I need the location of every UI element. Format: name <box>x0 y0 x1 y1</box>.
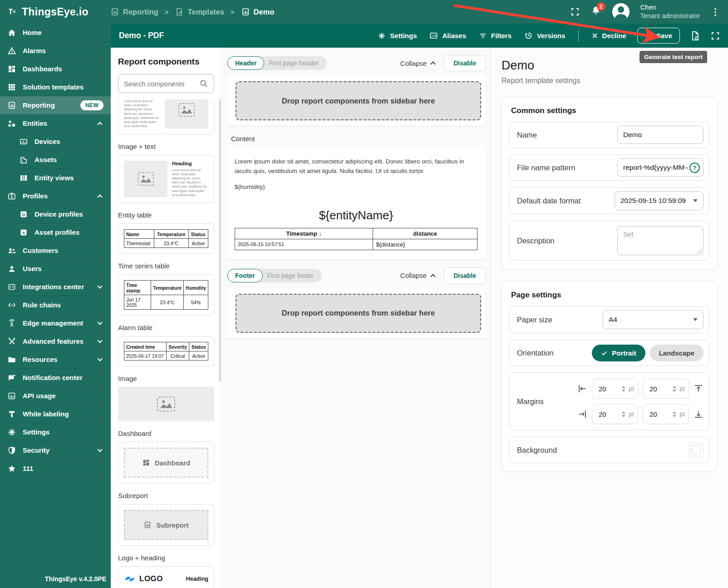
component-image[interactable] <box>118 387 214 421</box>
header-dropzone[interactable]: Drop report components from sidebar here <box>236 81 481 120</box>
notifications-button[interactable]: 2 <box>590 5 601 18</box>
search-input[interactable] <box>124 80 199 88</box>
first-page-footer-tab[interactable]: First page footer <box>256 269 322 282</box>
stepper-arrows[interactable] <box>673 386 676 392</box>
sidebar-item-solution-templates[interactable]: Solution templates <box>0 78 111 96</box>
sidebar-item-settings[interactable]: Settings <box>0 423 111 441</box>
sidebar-item-customers[interactable]: Customers <box>0 242 111 260</box>
sidebar-item-entity-views[interactable]: Entity views <box>0 169 111 187</box>
margin-value-input[interactable] <box>599 410 614 418</box>
entity-name-heading: ${entityName} <box>235 208 477 222</box>
dashboards-icon <box>7 64 16 74</box>
portrait-toggle[interactable]: Portrait <box>592 345 645 361</box>
sidebar-item-devices[interactable]: Devices <box>0 133 111 151</box>
sidebar-item-111[interactable]: 111 <box>0 460 111 478</box>
stepper-arrows[interactable] <box>622 386 625 392</box>
table-cell-timestamp: 2025-09-15 10:57:51 <box>235 239 373 250</box>
sidebar-item-device-profiles[interactable]: D Device profiles <box>0 205 111 223</box>
dropdown-caret-icon <box>693 199 698 202</box>
sidebar-item-assets[interactable]: Assets <box>0 151 111 169</box>
timestamp-column-header[interactable]: Timestamp ↓ <box>235 228 373 239</box>
resize-handle[interactable] <box>697 249 702 253</box>
aliases-button[interactable]: Aliases <box>429 31 466 40</box>
stepper-arrows[interactable] <box>673 411 676 417</box>
sidebar-item-reporting[interactable]: Reporting NEW <box>0 96 111 114</box>
sidebar-item-api-usage[interactable]: API usage <box>0 387 111 405</box>
templates-icon <box>175 7 184 16</box>
decline-button[interactable]: Decline <box>591 32 626 40</box>
user-info[interactable]: Chen Tenant administrator <box>640 3 700 20</box>
sidebar-item-alarms[interactable]: Alarms <box>0 42 111 60</box>
footer-dropzone[interactable]: Drop report components from sidebar here <box>236 294 481 333</box>
sidebar-item-home[interactable]: Home <box>0 24 111 42</box>
component-alarm-table[interactable]: Created time Severity Status 2025-06-17 … <box>118 336 214 366</box>
paper-size-select[interactable]: A4 <box>603 310 703 329</box>
description-textarea[interactable] <box>618 227 703 255</box>
file-name-pattern-input[interactable] <box>623 163 688 172</box>
content-table: Timestamp ↓ distance 2025-09-15 10:57:51… <box>235 228 477 250</box>
component-image-text[interactable]: Heading Lorem ipsum dolor sit amet, cons… <box>118 155 214 203</box>
alarm-icon <box>7 46 16 55</box>
sidebar-item-resources[interactable]: Resources <box>0 351 111 369</box>
sidebar-item-dashboards[interactable]: Dashboards <box>0 60 111 78</box>
chevron-down-icon <box>97 356 102 361</box>
sidebar-item-white-labeling[interactable]: White labeling <box>0 405 111 423</box>
first-page-header-tab[interactable]: First page header <box>257 56 327 70</box>
sidebar-item-asset-profiles[interactable]: A Asset profiles <box>0 223 111 242</box>
sidebar-item-edge-management[interactable]: Edge management <box>0 314 111 332</box>
component-subreport[interactable]: Subreport <box>118 504 214 546</box>
chevron-up-icon <box>97 122 102 127</box>
margin-top-right-stepper: pt <box>643 379 689 399</box>
sidebar-item-users[interactable]: Users <box>0 260 111 278</box>
footer-collapse-button[interactable]: Collapse <box>400 272 435 279</box>
content-panel[interactable]: Lorem ipsum dolor sit amet, consectetur … <box>226 146 486 259</box>
help-icon[interactable]: ? <box>689 163 700 173</box>
landscape-toggle[interactable]: Landscape <box>650 345 703 361</box>
fullscreen-icon[interactable] <box>571 7 580 16</box>
default-date-format-row: Default date format 2025-09-15 10:59:09 <box>509 187 709 214</box>
name-input[interactable] <box>623 131 698 139</box>
sidebar-item-rule-chains[interactable]: Rule chains <box>0 296 111 314</box>
device-profiles-icon: D <box>19 210 28 219</box>
margin-value-input[interactable] <box>599 385 614 393</box>
generate-test-report-button[interactable] <box>690 30 701 41</box>
breadcrumb-reporting[interactable]: Reporting <box>110 7 158 16</box>
header-tab[interactable]: Header <box>227 56 264 70</box>
stepper-arrows[interactable] <box>622 411 625 417</box>
component-text-image[interactable]: Heading Lorem ipsum dolor sit amet, cons… <box>118 99 214 134</box>
breadcrumb-templates[interactable]: Templates <box>175 7 224 16</box>
component-entity-table[interactable]: Name Temperature Status Thermostat 23.4°… <box>118 223 214 254</box>
search-components-box[interactable] <box>118 74 214 93</box>
fullscreen-icon[interactable] <box>711 31 720 40</box>
header-disable-button[interactable]: Disable <box>444 55 486 71</box>
component-logo-heading[interactable]: LOGO Heading <box>118 566 214 588</box>
avatar[interactable] <box>612 3 630 20</box>
footer-tab[interactable]: Footer <box>227 269 263 282</box>
more-menu-icon[interactable]: ⋮ <box>711 6 720 17</box>
default-date-format-select[interactable]: 2025-09-15 10:59:09 <box>615 191 703 210</box>
save-button[interactable]: Save <box>637 28 680 44</box>
section-label-subreport: Subreport <box>118 492 214 499</box>
sidebar-item-entities[interactable]: Entities <box>0 114 111 133</box>
versions-button[interactable]: Versions <box>524 31 566 40</box>
sidebar-item-security[interactable]: Security <box>0 441 111 460</box>
background-row: Background <box>509 437 709 463</box>
margin-value-input[interactable] <box>649 385 665 393</box>
header-collapse-button[interactable]: Collapse <box>400 59 435 67</box>
filter-icon <box>479 32 487 40</box>
component-dashboard[interactable]: Dashboard <box>118 442 214 484</box>
breadcrumb-demo[interactable]: Demo <box>241 7 275 16</box>
sidebar-item-notification-center[interactable]: Notification center <box>0 369 111 387</box>
distance-column-header[interactable]: distance <box>373 228 477 239</box>
app-logo[interactable]: ThingsEye.io <box>8 6 89 18</box>
background-color-swatch[interactable] <box>689 443 703 457</box>
footer-disable-button[interactable]: Disable <box>444 267 486 284</box>
settings-button[interactable]: Settings <box>378 32 417 40</box>
filters-button[interactable]: Filters <box>479 32 512 40</box>
sidebar-item-advanced-features[interactable]: Advanced features <box>0 332 111 351</box>
component-time-series-table[interactable]: Time stamp Temperature Humidity Jun 17 2… <box>118 274 214 316</box>
sidebar-item-profiles[interactable]: Profiles <box>0 187 111 205</box>
margin-value-input[interactable] <box>649 410 665 418</box>
sidebar-item-integrations-center[interactable]: Integrations center <box>0 278 111 296</box>
components-scrollbar[interactable] <box>219 91 221 382</box>
